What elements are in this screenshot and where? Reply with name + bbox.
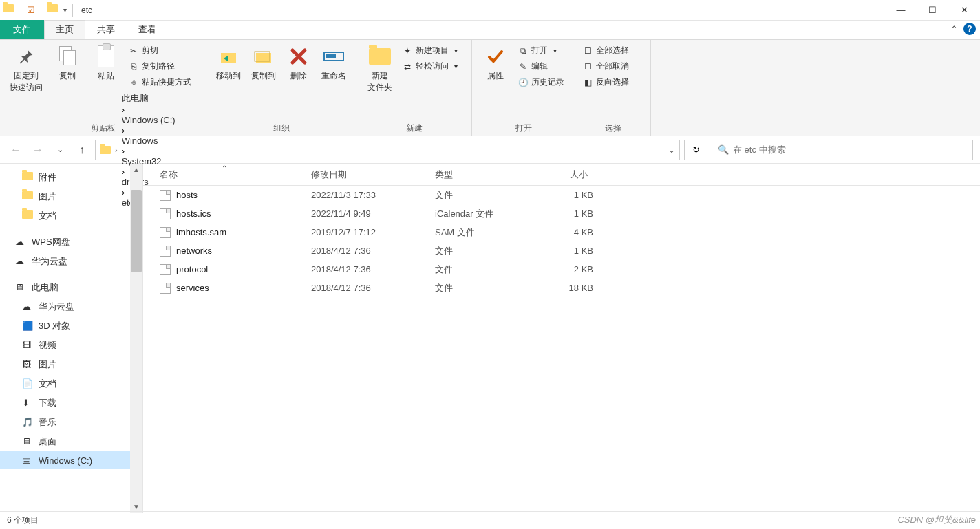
svg-rect-0 [221, 53, 236, 63]
paste-shortcut-button[interactable]: ⎆粘贴快捷方式 [125, 74, 194, 90]
group-label-open: 打开 [476, 120, 571, 136]
nav-forward-button[interactable]: → [29, 144, 47, 156]
nav-back-button[interactable]: ← [7, 144, 25, 156]
help-icon[interactable]: ? [963, 23, 976, 35]
col-type[interactable]: 类型 [435, 169, 538, 181]
titlebar: ☑ ▾ etc — ☐ ✕ [0, 0, 980, 21]
breadcrumb-segment[interactable]: 此电脑 [122, 92, 175, 105]
scroll-thumb[interactable] [131, 190, 142, 272]
chevron-right-icon[interactable]: › [122, 105, 125, 115]
tab-share[interactable]: 共享 [85, 20, 127, 39]
file-row[interactable]: hosts.ics2022/11/4 9:49iCalendar 文件1 KB [143, 204, 980, 223]
file-row[interactable]: hosts2022/11/3 17:33文件1 KB [143, 186, 980, 204]
sidebar-item-音乐[interactable]: 🎵音乐 [0, 413, 142, 432]
history-button[interactable]: 🕘历史记录 [515, 74, 567, 90]
open-button[interactable]: ⧉打开▾ [515, 43, 567, 58]
sort-indicator-icon: ⌃ [222, 164, 227, 172]
doc-icon: 📄 [22, 378, 33, 389]
sidebar-item-下载[interactable]: ⬇下载 [0, 393, 142, 413]
sidebar-item-图片[interactable]: 🖼图片 [0, 355, 142, 374]
qat-folder-icon[interactable] [47, 4, 59, 17]
minimize-button[interactable]: — [885, 0, 917, 21]
easy-access-button[interactable]: ⇄轻松访问▾ [399, 58, 460, 74]
delete-button[interactable]: 删除 [281, 43, 317, 82]
content-area: 附件图片文档 ☁WPS网盘☁华为云盘 🖥 此电脑 ☁华为云盘🟦3D 对象🎞视频🖼… [0, 164, 980, 513]
svg-rect-4 [326, 54, 336, 58]
cloud-icon: ☁ [22, 301, 33, 312]
select-none-button[interactable]: ☐全部取消 [579, 58, 632, 74]
rename-button[interactable]: 重命名 [317, 43, 352, 82]
address-dropdown-icon[interactable]: ⌄ [668, 145, 675, 155]
edit-button[interactable]: ✎编辑 [515, 58, 567, 74]
file-row[interactable]: networks2018/4/12 7:36文件1 KB [143, 241, 980, 260]
col-date[interactable]: 修改日期 [311, 169, 435, 181]
nav-up-button[interactable]: ↑ [73, 144, 91, 156]
sidebar-item-Windows (C:)[interactable]: 🖴Windows (C:)› [0, 451, 142, 469]
ribbon-group-organize: 移动到 复制到 删除 重命名 组织 [206, 40, 356, 136]
sidebar-item-附件[interactable]: 附件 [0, 168, 142, 187]
scissors-icon: ✂ [128, 45, 139, 56]
chevron-right-icon[interactable]: › [115, 146, 118, 154]
col-size[interactable]: 大小 [538, 169, 593, 181]
tab-home[interactable]: 主页 [44, 20, 85, 39]
chevron-right-icon[interactable]: › [122, 146, 125, 156]
properties-button[interactable]: 属性 [476, 43, 515, 82]
sidebar: 附件图片文档 ☁WPS网盘☁华为云盘 🖥 此电脑 ☁华为云盘🟦3D 对象🎞视频🖼… [0, 164, 143, 513]
search-box[interactable]: 🔍 [712, 140, 973, 160]
pc-icon: 🖥 [15, 282, 26, 293]
move-to-button[interactable]: 移动到 [211, 43, 246, 82]
collapse-ribbon-icon[interactable]: ⌃ [950, 24, 958, 34]
chevron-right-icon[interactable]: › [122, 125, 125, 136]
breadcrumb-segment[interactable]: Windows (C:) [122, 115, 175, 125]
ribbon-group-clipboard: 固定到 快速访问 复制 粘贴 ✂剪切 ⎘复制路径 ⎆粘贴快捷方式 剪贴板 [0, 40, 206, 136]
rename-icon [323, 45, 345, 67]
sidebar-item-桌面[interactable]: 🖥桌面 [0, 432, 142, 451]
tab-file[interactable]: 文件 [0, 20, 44, 39]
sidebar-item-WPS网盘[interactable]: ☁WPS网盘 [0, 233, 142, 252]
copy-to-button[interactable]: 复制到 [246, 43, 281, 82]
breadcrumb-segment[interactable]: Windows [122, 136, 175, 146]
nav-row: ← → ⌄ ↑ › 此电脑›Windows (C:)›Windows›Syste… [0, 136, 980, 164]
qat-save-icon[interactable]: ☑ [27, 5, 35, 15]
copy-icon [56, 45, 78, 67]
sidebar-item-文档[interactable]: 📄文档 [0, 374, 142, 393]
new-folder-button[interactable]: 新建 文件夹 [361, 43, 399, 94]
pin-to-quick-access-button[interactable]: 固定到 快速访问 [4, 43, 48, 94]
new-item-button[interactable]: ✦新建项目▾ [399, 43, 460, 58]
invert-selection-button[interactable]: ◧反向选择 [579, 74, 632, 90]
folder-icon [3, 4, 15, 17]
copy-button[interactable]: 复制 [48, 43, 87, 82]
maximize-button[interactable]: ☐ [917, 0, 948, 21]
file-icon [160, 264, 171, 275]
file-row[interactable]: protocol2018/4/12 7:36文件2 KB [143, 260, 980, 279]
properties-icon [484, 45, 507, 67]
select-all-button[interactable]: ☐全部选择 [579, 43, 632, 58]
sidebar-item-视频[interactable]: 🎞视频 [0, 336, 142, 355]
status-bar: 6 个项目 [0, 511, 980, 529]
sidebar-item-华为云盘[interactable]: ☁华为云盘 [0, 252, 142, 271]
col-name[interactable]: ⌃名称 [160, 169, 311, 181]
sidebar-scrollbar[interactable]: ▲ ▼ [130, 164, 142, 513]
file-icon [160, 227, 171, 238]
search-icon: 🔍 [718, 144, 729, 155]
file-icon [160, 283, 171, 294]
refresh-button[interactable]: ↻ [684, 140, 707, 160]
sidebar-item-图片[interactable]: 图片 [0, 187, 142, 206]
qat-dropdown-icon[interactable]: ▾ [63, 6, 67, 14]
nav-recent-dropdown[interactable]: ⌄ [51, 145, 69, 154]
tab-view[interactable]: 查看 [127, 20, 168, 39]
paste-button[interactable]: 粘贴 [87, 43, 125, 82]
scroll-up-icon[interactable]: ▲ [133, 164, 140, 176]
address-bar[interactable]: › 此电脑›Windows (C:)›Windows›System32›driv… [95, 140, 680, 160]
search-input[interactable] [733, 144, 967, 155]
sidebar-item-华为云盘[interactable]: ☁华为云盘 [0, 297, 142, 316]
address-folder-icon [100, 146, 111, 154]
file-row[interactable]: lmhosts.sam2019/12/7 17:12SAM 文件4 KB [143, 223, 980, 241]
sidebar-item-3D 对象[interactable]: 🟦3D 对象 [0, 316, 142, 336]
sidebar-item-文档[interactable]: 文档 [0, 206, 142, 226]
copy-path-button[interactable]: ⎘复制路径 [125, 58, 194, 74]
sidebar-item-this-pc[interactable]: 🖥 此电脑 [0, 278, 142, 297]
close-button[interactable]: ✕ [948, 0, 980, 21]
file-row[interactable]: services2018/4/12 7:36文件18 KB [143, 279, 980, 297]
cut-button[interactable]: ✂剪切 [125, 43, 194, 58]
